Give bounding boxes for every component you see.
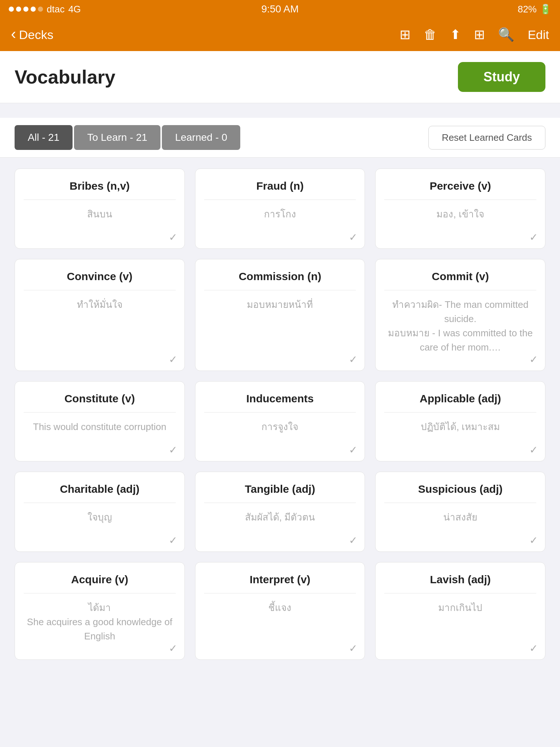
cards-icon[interactable]: ⊞ (400, 27, 411, 42)
status-bar-left: dtac 4G (9, 4, 81, 15)
nav-icons: ⊞ 🗑 ⬆ ⊞ 🔍 Edit (400, 27, 549, 42)
card-front-9: Charitable (adj) (24, 483, 176, 503)
flashcard-10[interactable]: Tangible (adj) สัมผัสได้, มีตัวตน ✓ (195, 472, 365, 552)
card-check-icon-13[interactable]: ✓ (349, 642, 357, 654)
card-check-icon-6[interactable]: ✓ (169, 444, 177, 456)
card-check-icon-10[interactable]: ✓ (349, 534, 357, 546)
battery-icon: 🔋 (540, 4, 551, 15)
reset-learned-button[interactable]: Reset Learned Cards (428, 126, 545, 150)
card-back-14: มากเกินไป (384, 601, 536, 615)
card-front-14: Lavish (adj) (384, 573, 536, 593)
card-front-12: Acquire (v) (24, 573, 176, 593)
flashcard-9[interactable]: Charitable (adj) ใจบุญ ✓ (15, 472, 185, 552)
card-check-icon-3[interactable]: ✓ (169, 353, 177, 365)
navigation-bar: ‹ Decks ⊞ 🗑 ⬆ ⊞ 🔍 Edit (0, 18, 560, 51)
tab-all[interactable]: All - 21 (15, 125, 73, 150)
card-front-5: Commit (v) (384, 270, 536, 290)
dot4 (31, 7, 36, 12)
flashcard-8[interactable]: Applicable (adj) ปฏิบัติได้, เหมาะสม ✓ (375, 381, 545, 461)
search-icon[interactable]: 🔍 (498, 27, 514, 42)
card-check-icon-14[interactable]: ✓ (529, 642, 538, 654)
card-back-5: ทำความผิด- The man committed suicide.มอบ… (384, 298, 536, 355)
flashcard-7[interactable]: Inducements การจูงใจ ✓ (195, 381, 365, 461)
flashcard-1[interactable]: Fraud (n) การโกง ✓ (195, 169, 365, 249)
card-back-4: มอบหมายหน้าที่ (204, 298, 356, 312)
card-front-1: Fraud (n) (204, 180, 356, 200)
card-back-6: This would constitute corruption (24, 420, 176, 434)
card-front-11: Suspicious (adj) (384, 483, 536, 503)
study-button[interactable]: Study (458, 62, 545, 92)
card-back-10: สัมผัสได้, มีตัวตน (204, 510, 356, 525)
flashcard-14[interactable]: Lavish (adj) มากเกินไป ✓ (375, 562, 545, 660)
dot1 (9, 7, 14, 12)
dot2 (16, 7, 21, 12)
dot3 (23, 7, 28, 12)
status-bar: dtac 4G 9:50 AM 82% 🔋 (0, 0, 560, 18)
network-label: 4G (68, 4, 81, 15)
flashcard-0[interactable]: Bribes (n,v) สินบน ✓ (15, 169, 185, 249)
battery-label: 82% (518, 4, 537, 15)
edit-button[interactable]: Edit (528, 28, 549, 42)
card-check-icon-5[interactable]: ✓ (529, 353, 538, 365)
card-front-4: Commission (n) (204, 270, 356, 290)
flashcard-3[interactable]: Convince (v) ทำให้มั่นใจ ✓ (15, 259, 185, 371)
card-check-icon-11[interactable]: ✓ (529, 534, 538, 546)
card-front-6: Constitute (v) (24, 392, 176, 413)
flashcard-5[interactable]: Commit (v) ทำความผิด- The man committed … (375, 259, 545, 371)
card-back-1: การโกง (204, 207, 356, 221)
time-label: 9:50 AM (261, 3, 299, 15)
card-back-2: มอง, เข้าใจ (384, 207, 536, 221)
status-bar-right: 82% 🔋 (518, 4, 551, 15)
spacer (0, 103, 560, 118)
share-icon[interactable]: ⬆ (450, 27, 461, 42)
flashcard-11[interactable]: Suspicious (adj) น่าสงสัย ✓ (375, 472, 545, 552)
card-check-icon-8[interactable]: ✓ (529, 444, 538, 456)
card-check-icon-1[interactable]: ✓ (349, 231, 357, 243)
card-check-icon-12[interactable]: ✓ (169, 642, 177, 654)
add-icon[interactable]: ⊞ (474, 27, 485, 42)
back-label: Decks (19, 28, 53, 42)
tab-learned[interactable]: Learned - 0 (162, 125, 240, 150)
back-arrow-icon: ‹ (11, 25, 16, 43)
card-front-10: Tangible (adj) (204, 483, 356, 503)
card-back-9: ใจบุญ (24, 510, 176, 525)
flashcard-6[interactable]: Constitute (v) This would constitute cor… (15, 381, 185, 461)
page-title: Vocabulary (15, 66, 115, 88)
card-front-3: Convince (v) (24, 270, 176, 290)
header-section: Vocabulary Study (0, 51, 560, 103)
card-check-icon-0[interactable]: ✓ (169, 231, 177, 243)
dot5 (38, 7, 43, 12)
card-back-0: สินบน (24, 207, 176, 221)
trash-icon[interactable]: 🗑 (424, 27, 437, 42)
card-back-3: ทำให้มั่นใจ (24, 298, 176, 312)
card-back-13: ชี้แจง (204, 601, 356, 615)
card-front-2: Perceive (v) (384, 180, 536, 200)
card-check-icon-2[interactable]: ✓ (529, 231, 538, 243)
flashcard-12[interactable]: Acquire (v) ได้มาShe acquires a good kno… (15, 562, 185, 660)
signal-dots (9, 7, 43, 12)
card-back-11: น่าสงสัย (384, 510, 536, 525)
carrier-label: dtac (47, 4, 65, 15)
card-check-icon-4[interactable]: ✓ (349, 353, 357, 365)
tab-tolearn[interactable]: To Learn - 21 (74, 125, 160, 150)
flashcard-2[interactable]: Perceive (v) มอง, เข้าใจ ✓ (375, 169, 545, 249)
cards-section: Bribes (n,v) สินบน ✓ Fraud (n) การโกง ✓ … (0, 158, 560, 671)
card-front-7: Inducements (204, 392, 356, 413)
cards-grid: Bribes (n,v) สินบน ✓ Fraud (n) การโกง ✓ … (15, 169, 545, 660)
card-back-8: ปฏิบัติได้, เหมาะสม (384, 420, 536, 434)
flashcard-13[interactable]: Interpret (v) ชี้แจง ✓ (195, 562, 365, 660)
card-front-8: Applicable (adj) (384, 392, 536, 413)
card-back-12: ได้มาShe acquires a good knowledge of En… (24, 601, 176, 643)
card-back-7: การจูงใจ (204, 420, 356, 434)
card-front-13: Interpret (v) (204, 573, 356, 593)
back-button[interactable]: ‹ Decks (11, 27, 53, 43)
tabs-section: All - 21 To Learn - 21 Learned - 0 Reset… (0, 118, 560, 158)
card-check-icon-7[interactable]: ✓ (349, 444, 357, 456)
card-check-icon-9[interactable]: ✓ (169, 534, 177, 546)
card-front-0: Bribes (n,v) (24, 180, 176, 200)
flashcard-4[interactable]: Commission (n) มอบหมายหน้าที่ ✓ (195, 259, 365, 371)
